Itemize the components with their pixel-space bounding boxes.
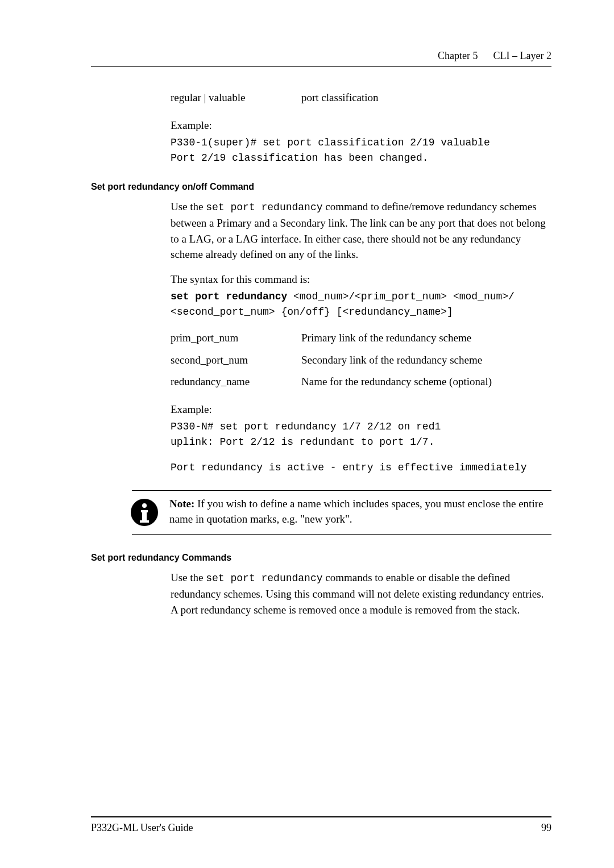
chapter-label: Chapter 5: [438, 50, 478, 61]
page-footer: P332G-ML User's Guide 99: [91, 816, 551, 834]
example-label: Example:: [171, 118, 551, 133]
table-row: regular | valuable port classification: [171, 90, 551, 106]
table-row: second_port_num Secondary link of the re…: [171, 352, 551, 369]
syntax-rest: <second_port_num> {on/off} [<redundancy_…: [171, 306, 453, 318]
table-row: redundancy_name Name for the redundancy …: [171, 374, 551, 390]
code-line: P330-1(super)# set port classification 2…: [171, 135, 551, 151]
param-name: redundancy_name: [171, 374, 301, 390]
param-desc: Name for the redundancy scheme (optional…: [301, 374, 492, 390]
note-body: If you wish to define a name which inclu…: [169, 498, 543, 525]
inline-code: set port redundancy: [206, 573, 322, 584]
param-name: second_port_num: [171, 352, 301, 369]
syntax-bold: set port redundancy: [171, 291, 287, 302]
param-desc: Secondary link of the redundancy scheme: [301, 352, 482, 369]
table-row: prim_port_num Primary link of the redund…: [171, 330, 551, 347]
intro-paragraph: Use the set port redundancy commands to …: [171, 570, 551, 617]
example-block: Example: P330-1(super)# set port classif…: [171, 118, 551, 166]
text-span: Use the: [171, 201, 206, 212]
syntax-label: The syntax for this command is:: [171, 272, 551, 287]
param-table: prim_port_num Primary link of the redund…: [171, 330, 551, 390]
intro-paragraph: Use the set port redundancy command to d…: [171, 199, 551, 262]
section-body: Use the set port redundancy command to d…: [171, 199, 551, 475]
param-name: prim_port_num: [171, 330, 301, 347]
page-header: Chapter 5 CLI – Layer 2: [91, 50, 551, 62]
inline-code: set port redundancy: [206, 202, 322, 213]
svg-point-1: [142, 503, 147, 508]
definition-table: regular | valuable port classification: [171, 90, 551, 106]
param-desc: Primary link of the redundancy scheme: [301, 330, 471, 347]
footer-rule: [91, 816, 551, 817]
code-line: Port redundancy is active - entry is eff…: [171, 460, 551, 475]
svg-rect-3: [141, 510, 148, 512]
text-span: Use the: [171, 571, 206, 583]
section-heading-redundancy-cmds: Set port redundancy Commands: [91, 553, 551, 563]
code-line: Port 2/19 classification has been change…: [171, 151, 551, 166]
svg-rect-4: [140, 520, 149, 523]
def-desc: port classification: [301, 90, 379, 106]
code-line: uplink: Port 2/12 is redundant to port 1…: [171, 435, 551, 450]
info-icon: [130, 498, 159, 527]
note-block: Note: If you wish to define a name which…: [132, 490, 551, 535]
command-syntax: set port redundancy <mod_num>/<prim_port…: [171, 289, 551, 320]
footer-page-number: 99: [541, 822, 551, 834]
example-label: Example:: [171, 402, 551, 418]
note-label: Note:: [169, 498, 194, 510]
footer-left: P332G-ML User's Guide: [91, 822, 193, 834]
syntax-rest: <mod_num>/<prim_port_num> <mod_num>/: [287, 291, 515, 302]
note-text: Note: If you wish to define a name which…: [169, 496, 551, 527]
def-term: regular | valuable: [171, 90, 301, 106]
header-rule: [91, 66, 551, 67]
code-line: P330-N# set port redundancy 1/7 2/12 on …: [171, 419, 551, 435]
section-heading-redundancy-onoff: Set port redundancy on/off Command: [91, 182, 551, 192]
section-body: Use the set port redundancy commands to …: [171, 570, 551, 617]
chapter-title: CLI – Layer 2: [493, 50, 551, 61]
